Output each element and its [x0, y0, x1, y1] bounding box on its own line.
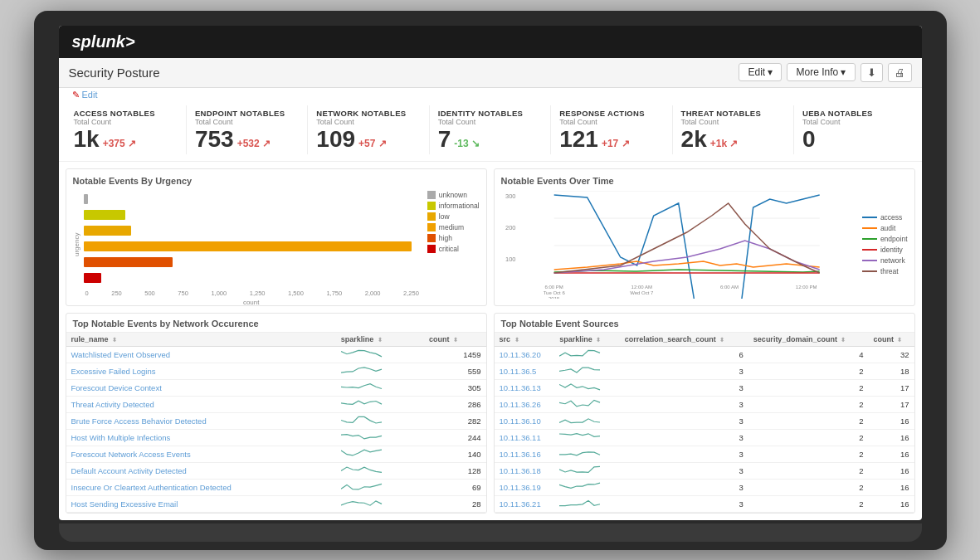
table-row[interactable]: Host Sending Excessive Email 28 [66, 495, 486, 512]
table-row[interactable]: Excessive Failed Logins 559 [66, 363, 486, 379]
notable-value-row: 7 -13 [438, 128, 542, 151]
rule-name-cell[interactable]: Insecure Or Cleartext Authentication Det… [66, 479, 336, 495]
notable-item[interactable]: IDENTITY NOTABLES Total Count 7 -13 [430, 105, 551, 154]
table-row[interactable]: 10.11.36.20 6 4 32 [495, 346, 914, 363]
src-cell[interactable]: 10.11.36.10 [495, 412, 555, 429]
rule-name-cell[interactable]: Forescout Device Context [66, 379, 336, 396]
count-cell: 18 [868, 363, 914, 379]
col-corr[interactable]: correlation_search_count ⬍ [620, 333, 748, 347]
sparkline-cell [336, 446, 424, 462]
rule-name-cell[interactable]: Watchlisted Event Observed [66, 346, 336, 363]
table-row[interactable]: 10.11.36.18 3 2 16 [495, 462, 914, 479]
bar-chart-title: Notable Events By Urgency [73, 176, 480, 186]
table-row[interactable]: 10.11.36.26 3 2 17 [495, 396, 914, 412]
rule-name-cell[interactable]: Default Account Activity Detected [66, 462, 336, 479]
notable-label: ENDPOINT NOTABLES [195, 109, 299, 118]
table-row[interactable]: Forescout Device Context 305 [66, 379, 486, 396]
notable-label: THREAT NOTABLES [681, 109, 785, 118]
sparkline-cell [554, 462, 619, 479]
src-cell[interactable]: 10.11.36.18 [495, 462, 555, 479]
notable-sublabel: Total Count [195, 118, 299, 126]
src-cell[interactable]: 10.11.36.16 [495, 446, 555, 462]
bar-fill [84, 194, 88, 204]
tables-row: Top Notable Events by Network Occurence … [59, 313, 922, 520]
left-table-panel: Top Notable Events by Network Occurence … [66, 313, 487, 514]
rule-name-cell[interactable]: Brute Force Access Behavior Detected [66, 412, 336, 429]
table-row[interactable]: Default Account Activity Detected 128 [66, 462, 486, 479]
sec-cell: 2 [748, 479, 869, 495]
notable-value: 0 [802, 128, 816, 151]
bar-row [84, 257, 419, 267]
corr-cell: 3 [620, 429, 748, 446]
table-row[interactable]: 10.11.36.11 3 2 16 [495, 429, 914, 446]
col-sparkline-r[interactable]: sparkline ⬍ [554, 333, 619, 347]
table-row[interactable]: Host With Multiple Infections 244 [66, 429, 486, 446]
print-button[interactable]: 🖨 [888, 63, 912, 82]
delta-up: +17 [602, 138, 630, 149]
legend-color [427, 191, 436, 199]
src-cell[interactable]: 10.11.36.20 [495, 346, 555, 363]
table-row[interactable]: Watchlisted Event Observed 1459 [66, 346, 486, 363]
edit-button[interactable]: Edit ▾ [739, 63, 782, 81]
notable-item[interactable]: RESPONSE ACTIONS Total Count 121 +17 [551, 105, 672, 154]
legend-label: high [439, 234, 452, 242]
col-count[interactable]: count ⬍ [424, 333, 486, 347]
count-cell: 69 [424, 479, 486, 495]
sec-cell: 2 [748, 495, 869, 512]
right-table-title: Top Notable Event Sources [495, 314, 914, 333]
sparkline-cell [554, 379, 619, 396]
table-row[interactable]: Insecure Or Cleartext Authentication Det… [66, 479, 486, 495]
src-cell[interactable]: 10.11.36.5 [495, 363, 555, 379]
src-cell[interactable]: 10.11.36.21 [495, 495, 555, 512]
src-cell[interactable]: 10.11.36.13 [495, 379, 555, 396]
rule-name-cell[interactable]: Forescout Network Access Events [66, 446, 336, 462]
legend-item: low [427, 212, 480, 221]
svg-text:Tue Oct 6: Tue Oct 6 [543, 290, 565, 295]
line-legend-color [862, 260, 877, 261]
table-row[interactable]: 10.11.36.16 3 2 16 [495, 446, 914, 462]
bar-x-axis-label: count [84, 299, 419, 306]
notable-item[interactable]: NETWORK NOTABLES Total Count 109 +57 [308, 105, 429, 154]
table-row[interactable]: 10.11.36.19 3 2 16 [495, 479, 914, 495]
rule-name-cell[interactable]: Excessive Failed Logins [66, 363, 336, 379]
count-cell: 32 [868, 346, 914, 363]
col-sparkline[interactable]: sparkline ⬍ [336, 333, 424, 347]
col-rule-name[interactable]: rule_name ⬍ [66, 333, 336, 347]
col-src[interactable]: src ⬍ [495, 333, 555, 347]
more-info-button[interactable]: More Info ▾ [787, 63, 855, 81]
notable-item[interactable]: ACCESS NOTABLES Total Count 1k +375 [66, 105, 187, 154]
legend-color [427, 223, 436, 231]
line-legend-item: identity [862, 246, 908, 254]
rule-name-cell[interactable]: Threat Activity Detected [66, 396, 336, 412]
src-cell[interactable]: 10.11.36.11 [495, 429, 555, 446]
table-row[interactable]: Forescout Network Access Events 140 [66, 446, 486, 462]
table-row[interactable]: Threat Activity Detected 286 [66, 396, 486, 412]
table-row[interactable]: 10.11.36.21 3 2 16 [495, 495, 914, 512]
notable-item[interactable]: ENDPOINT NOTABLES Total Count 753 +532 [187, 105, 308, 154]
notable-value-row: 0 [802, 128, 906, 151]
table-row[interactable]: 10.11.36.10 3 2 16 [495, 412, 914, 429]
bar-chart-wrap: urgency 02505007501,0001,2501,5001,7502,… [73, 191, 480, 299]
table-row[interactable]: 10.11.36.5 3 2 18 [495, 363, 914, 379]
src-cell[interactable]: 10.11.36.26 [495, 396, 555, 412]
rule-name-cell[interactable]: Host Sending Excessive Email [66, 495, 336, 512]
sparkline-cell [554, 412, 619, 429]
sparkline-cell [336, 479, 424, 495]
col-count-r[interactable]: count ⬍ [868, 333, 914, 347]
edit-link[interactable]: ✎ Edit [72, 90, 915, 100]
rule-name-cell[interactable]: Host With Multiple Infections [66, 429, 336, 446]
notable-item[interactable]: UEBA NOTABLES Total Count 0 [794, 105, 914, 154]
legend-item: high [427, 234, 480, 242]
src-cell[interactable]: 10.11.36.19 [495, 479, 555, 495]
line-chart-wrap: 300 200 100 6:00 PMTue Oct 6201512:00 AM… [501, 191, 908, 299]
legend-label: unknown [439, 191, 467, 199]
bar-row [84, 210, 419, 220]
legend-item: informational [427, 202, 480, 210]
col-sec[interactable]: security_domain_count ⬍ [748, 333, 869, 347]
notable-item[interactable]: THREAT NOTABLES Total Count 2k +1k [673, 105, 794, 154]
table-row[interactable]: Brute Force Access Behavior Detected 282 [66, 412, 486, 429]
download-button[interactable]: ⬇ [861, 63, 883, 82]
sparkline-cell [554, 446, 619, 462]
line-legend-item: network [862, 256, 908, 265]
table-row[interactable]: 10.11.36.13 3 2 17 [495, 379, 914, 396]
